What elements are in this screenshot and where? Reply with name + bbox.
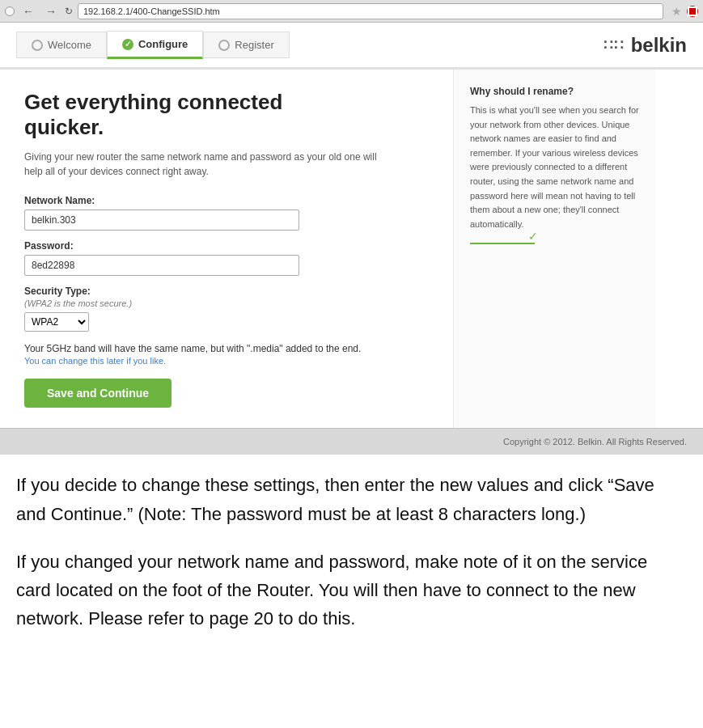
register-step-label: Register — [235, 39, 273, 51]
security-type-label: Security Type: — [24, 286, 429, 297]
nav-step-welcome[interactable]: Welcome — [16, 32, 107, 58]
copyright-text: Copyright © 2012. Belkin. All Rights Res… — [503, 437, 687, 447]
password-label: Password: — [24, 240, 429, 252]
bookmark-icon[interactable]: ★ — [671, 5, 682, 18]
browser-chrome: ← → ↻ 192.168.2.1/400-ChangeSSID.htm ★ — [0, 0, 703, 23]
stop-button[interactable] — [687, 6, 698, 17]
band-notice: Your 5GHz band will have the same name, … — [24, 343, 429, 354]
configure-step-indicator: ✓ — [122, 39, 133, 50]
band-notice-sub: You can change this later if you like. — [24, 356, 429, 366]
password-group: Password: — [24, 240, 429, 276]
sidebar-text: This is what you'll see when you search … — [470, 104, 639, 231]
address-bar[interactable]: 192.168.2.1/400-ChangeSSID.htm — [78, 3, 663, 19]
instruction-para-1: If you decide to change these settings, … — [16, 471, 687, 527]
browser-btn-1[interactable] — [5, 6, 15, 16]
logo-dots: ∷∷ — [603, 36, 625, 54]
page-title: Get everything connected quicker. — [24, 90, 429, 140]
page-footer: Copyright © 2012. Belkin. All Rights Res… — [0, 428, 703, 455]
instruction-section: If you decide to change these settings, … — [0, 455, 703, 668]
welcome-step-indicator — [32, 40, 43, 51]
network-name-label: Network Name: — [24, 195, 429, 206]
security-type-group: Security Type: (WPA2 is the most secure.… — [24, 286, 429, 332]
logo-text: belkin — [631, 34, 687, 57]
network-name-group: Network Name: — [24, 195, 429, 231]
left-panel: Get everything connected quicker. Giving… — [0, 70, 453, 428]
right-panel: Why should I rename? This is what you'll… — [453, 70, 655, 428]
security-hint: (WPA2 is the most secure.) — [24, 298, 429, 308]
nav-steps: Welcome ✓ Configure Register — [16, 31, 290, 59]
page-header: Welcome ✓ Configure Register ∷∷ belkin — [0, 23, 703, 70]
register-step-indicator — [218, 40, 230, 51]
change-later-link[interactable]: You can change this later if you like. — [24, 356, 166, 366]
refresh-button[interactable]: ↻ — [65, 6, 73, 17]
checkmark-decoration — [470, 243, 535, 244]
back-button[interactable]: ← — [19, 5, 37, 18]
belkin-logo: ∷∷ belkin — [603, 34, 687, 57]
sidebar-heading: Why should I rename? — [470, 86, 639, 97]
password-input[interactable] — [24, 255, 299, 276]
forward-button[interactable]: → — [42, 5, 60, 18]
network-name-input[interactable] — [24, 210, 299, 231]
save-continue-button[interactable]: Save and Continue — [24, 379, 172, 408]
main-content: Get everything connected quicker. Giving… — [0, 70, 703, 428]
welcome-step-label: Welcome — [48, 39, 91, 51]
instruction-para-2: If you changed your network name and pas… — [16, 548, 687, 633]
url-text: 192.168.2.1/400-ChangeSSID.htm — [83, 6, 220, 16]
security-type-select[interactable]: WPA2 WPA WEP None — [24, 312, 89, 332]
configure-step-label: Configure — [138, 38, 188, 50]
nav-step-configure[interactable]: ✓ Configure — [107, 31, 203, 59]
page-subtitle: Giving your new router the same network … — [24, 150, 396, 179]
nav-step-register[interactable]: Register — [203, 32, 289, 58]
